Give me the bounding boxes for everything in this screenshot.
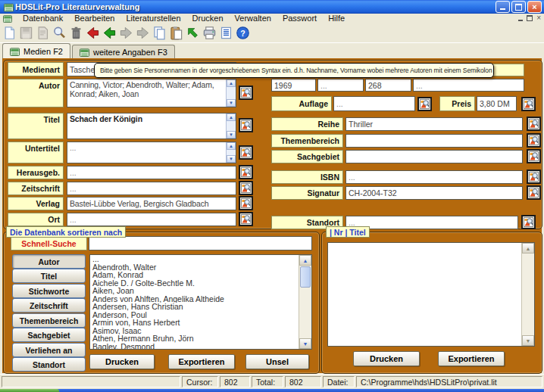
paste-button[interactable]	[168, 24, 184, 42]
preis-lookup-button[interactable]	[521, 97, 536, 111]
standort-lookup-button[interactable]	[521, 215, 536, 229]
reihe-lookup-button[interactable]	[527, 117, 541, 131]
autor-lookup-button[interactable]	[239, 86, 253, 100]
list-item[interactable]: Abendroth, Walter	[90, 263, 299, 272]
auflage-lookup-button[interactable]	[417, 97, 432, 111]
autor-scrollbar[interactable]: ▲▼	[226, 79, 236, 107]
jahr-input[interactable]: 1969	[271, 79, 316, 92]
scroll-down-icon[interactable]: ▼	[227, 99, 236, 107]
scroll-down-icon[interactable]: ▼	[227, 131, 236, 138]
sachgebiet-lookup-button[interactable]	[527, 149, 541, 163]
list-item[interactable]: Asimov, Isaac	[90, 327, 299, 335]
previous-record-button[interactable]	[102, 24, 117, 42]
delete-button[interactable]	[68, 24, 84, 42]
scroll-up-icon[interactable]: ▲	[227, 114, 236, 121]
menu-item[interactable]: Hilfe	[328, 14, 345, 23]
herausgeber-lookup-button[interactable]	[239, 165, 253, 179]
scroll-down-icon[interactable]: ▼	[299, 338, 311, 349]
report-button[interactable]	[218, 24, 234, 42]
untertitel-lookup-button[interactable]	[239, 145, 253, 160]
untertitel-input[interactable]: ... ▲▼	[67, 142, 236, 163]
untertitel-scrollbar[interactable]: ▲▼	[226, 142, 236, 163]
sachgebiet-input[interactable]	[345, 150, 523, 163]
mdi-close-button[interactable]: ×	[536, 14, 541, 22]
heft-input[interactable]: ...	[413, 79, 524, 92]
tab-medien[interactable]: Medien F2	[2, 43, 70, 59]
ort-input[interactable]: ...	[67, 213, 236, 226]
minimize-button[interactable]	[496, 1, 510, 13]
herausgeber-input[interactable]: ...	[67, 166, 236, 179]
titel-input[interactable]: Schach der Königin ▲▼	[67, 113, 236, 139]
reihe-input[interactable]: Thriller	[345, 117, 523, 131]
seiten-input[interactable]: 268	[365, 79, 411, 92]
copy-button[interactable]	[152, 24, 167, 42]
first-record-button[interactable]	[85, 24, 101, 42]
mdi-restore-button[interactable]	[527, 15, 533, 21]
sort-button[interactable]: Verliehen an	[12, 343, 86, 357]
band-input[interactable]: ...	[317, 79, 364, 92]
sort-button[interactable]: Titel	[12, 269, 86, 283]
menu-item[interactable]: Verwalten	[235, 14, 271, 23]
ort-lookup-button[interactable]	[239, 212, 253, 226]
zeitschrift-lookup-button[interactable]	[239, 181, 253, 195]
themenbereich-lookup-button[interactable]	[527, 133, 541, 148]
import-button[interactable]	[185, 24, 201, 42]
menu-item[interactable]: Literaturstellen	[126, 14, 180, 23]
result-list-scrollbar[interactable]: ▲ ▼	[521, 243, 534, 346]
start-button-fragment[interactable]	[0, 389, 59, 392]
preis-input[interactable]: 3,80 DM	[477, 96, 517, 111]
edit-button[interactable]	[35, 24, 51, 42]
sort-button[interactable]: Standort	[12, 357, 86, 372]
print-button[interactable]	[202, 24, 217, 42]
quick-search-input[interactable]	[89, 236, 312, 250]
autor-input[interactable]: Canning, Victor; Abendroth, Walter; Adam…	[67, 79, 236, 107]
tab-weitere-angaben[interactable]: weitere Angaben F3	[72, 45, 175, 59]
scroll-up-icon[interactable]: ▲	[227, 79, 236, 87]
sort-button[interactable]: Zeitschrift	[12, 298, 86, 313]
mdi-minimize-button[interactable]	[518, 20, 523, 21]
new-record-button[interactable]	[2, 24, 17, 42]
menu-item[interactable]: Bearbeiten	[74, 14, 114, 23]
sort-exportieren-button[interactable]: Exportieren	[168, 354, 235, 369]
list-item[interactable]: Adam, Konrad	[90, 271, 299, 279]
scroll-up-icon[interactable]: ▲	[299, 255, 311, 266]
help-button[interactable]	[235, 24, 251, 42]
last-record-button[interactable]	[135, 24, 151, 42]
verlag-input[interactable]: Bastei-Lübbe Verlag, Bergisch Gladbach	[67, 197, 236, 210]
list-item[interactable]: Bagley, Desmond	[90, 343, 299, 350]
scroll-thumb[interactable]	[300, 266, 311, 288]
isbn-lookup-button[interactable]	[527, 170, 541, 184]
result-listbox[interactable]: ▲ ▼	[327, 242, 535, 347]
result-drucken-button[interactable]: Drucken	[353, 351, 420, 366]
scroll-track[interactable]	[299, 266, 311, 338]
scroll-up-icon[interactable]: ▲	[227, 142, 236, 150]
list-item[interactable]: Andersen, Hans Christian	[90, 303, 299, 311]
scroll-track[interactable]	[522, 254, 534, 335]
sort-button[interactable]: Themenbereich	[12, 313, 86, 328]
list-item[interactable]: Armin von, Hans Herbert	[90, 319, 299, 327]
author-list-scrollbar[interactable]: ▲ ▼	[299, 255, 311, 349]
next-record-button[interactable]	[118, 24, 134, 42]
list-item[interactable]: Aichele D. / Golte-Bechtle M.	[90, 279, 299, 288]
sort-button[interactable]: Autor	[12, 254, 86, 269]
zeitschrift-input[interactable]: ...	[67, 182, 236, 195]
unsel-button[interactable]: Unsel	[245, 354, 309, 369]
menu-item[interactable]: Passwort	[283, 14, 317, 23]
menu-item[interactable]: Datenbank	[23, 14, 63, 23]
titel-lookup-button[interactable]	[239, 118, 253, 132]
scroll-down-icon[interactable]: ▼	[522, 335, 534, 346]
list-item[interactable]: Athen, Hermann Bruhn, Jörn	[90, 334, 299, 343]
menu-item[interactable]: Drucken	[192, 14, 224, 23]
list-item[interactable]: ...	[90, 255, 299, 263]
result-exportieren-button[interactable]: Exportieren	[438, 351, 505, 366]
scroll-down-icon[interactable]: ▼	[227, 155, 236, 163]
verlag-lookup-button[interactable]	[239, 196, 253, 210]
list-item[interactable]: Anders von Ahlften, Angelika Altheide	[90, 295, 299, 303]
auflage-input[interactable]: ...	[333, 96, 415, 111]
sort-button[interactable]: Stichworte	[12, 284, 86, 298]
sort-drucken-button[interactable]: Drucken	[89, 354, 155, 369]
standort-input[interactable]: ...	[345, 216, 518, 229]
signatur-lookup-button[interactable]	[527, 185, 541, 200]
list-item[interactable]: Anderson, Poul	[90, 311, 299, 319]
sort-button[interactable]: Sachgebiet	[12, 328, 86, 342]
